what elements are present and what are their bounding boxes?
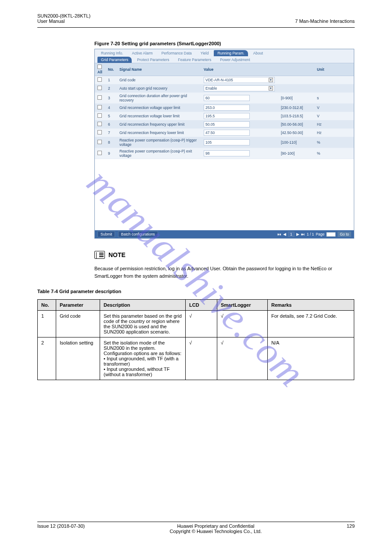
app-footer: Submit Batch configurations ⏮ ◀ 1 ▶ ⏭ 1 …	[95, 230, 354, 238]
cell-signal-name: Grid reconnection frequency lower limit	[117, 129, 201, 137]
cell-signal-name: Reactive power compensation (cosψ-P) tri…	[117, 137, 201, 148]
cell-value: 253.0	[201, 104, 278, 112]
pager-prev-icon[interactable]: ◀	[283, 232, 286, 236]
note-icon	[94, 251, 105, 259]
row-checkbox[interactable]	[97, 105, 102, 109]
tab-about[interactable]: About	[250, 50, 266, 56]
table-row: 2Isolation settingSet the isolation mode…	[38, 337, 354, 380]
note-text: Because of permission restriction, log i…	[94, 265, 340, 280]
cell-value: VDE-AR-N-4105▾	[201, 76, 314, 84]
tab-performance-data[interactable]: Performance Data	[158, 50, 195, 56]
col-unit: Unit	[314, 63, 354, 76]
pager-next-icon[interactable]: ▶	[296, 232, 299, 236]
cell-signal-name: Grid reconnection voltage lower limit	[117, 112, 201, 120]
tab-yield[interactable]: Yield	[197, 50, 212, 56]
doc-subtitle: User Manual	[37, 18, 90, 24]
col-parameter: Parameter	[56, 300, 100, 311]
row-checkbox[interactable]	[97, 151, 102, 155]
footer-issue: Issue 12 (2018-07-30)	[37, 523, 85, 534]
table-row: 5Grid reconnection voltage lower limit19…	[95, 112, 354, 120]
note-block: NOTE	[94, 251, 392, 259]
row-checkbox[interactable]	[97, 140, 102, 144]
table-row: 8Reactive power compensation (cosψ-P) tr…	[95, 137, 354, 148]
table-row: 2Auto start upon grid recoveryEnable▾	[95, 84, 354, 93]
cell-range: [103.5-218.5]	[278, 112, 314, 120]
table-row: 4Grid reconnection voltage upper limit25…	[95, 104, 354, 112]
col-signal: Signal Name	[117, 63, 201, 76]
col-no: No.	[105, 63, 117, 76]
submit-button[interactable]: Submit	[97, 231, 115, 237]
cell-value: 98	[201, 148, 278, 159]
pager-text: 1 / 1	[307, 232, 314, 236]
page-input[interactable]	[326, 232, 336, 237]
pager: ⏮ ◀ 1 ▶ ⏭ 1 / 1 Page Go to	[277, 232, 351, 237]
table-row: 1Grid codeVDE-AR-N-4105▾	[95, 76, 354, 84]
pager-first-icon[interactable]: ⏮	[277, 232, 281, 236]
footer-copyright: Copyright © Huawei Technologies Co., Ltd…	[170, 529, 262, 534]
col-remarks: Remarks	[268, 300, 354, 311]
col-all[interactable]: All	[95, 63, 105, 76]
cell-no: 1	[38, 311, 56, 337]
cell-param: Grid code	[56, 311, 100, 337]
value-input[interactable]: 98	[204, 150, 250, 156]
cell-desc: Set this parameter based on the grid cod…	[100, 311, 186, 337]
row-checkbox[interactable]	[97, 95, 102, 100]
footer-left: Submit Batch configurations	[97, 232, 160, 236]
tab-active-alarm[interactable]: Active Alarm	[129, 50, 156, 56]
figure-caption: Figure 7-20 Setting grid parameters (Sma…	[94, 41, 392, 46]
value-select[interactable]: Enable▾	[204, 85, 275, 91]
col-lcd: LCD	[186, 300, 217, 311]
row-checkbox[interactable]	[97, 113, 102, 118]
cell-no: 8	[105, 137, 117, 148]
cell-value: 195.5	[201, 112, 278, 120]
cell-range: [50.00-56.00]	[278, 120, 314, 129]
value-input[interactable]: 60	[204, 95, 250, 101]
value-input[interactable]: 253.0	[204, 105, 250, 111]
app-panel: Running Info. Active Alarm Performance D…	[94, 49, 354, 239]
footer-page-number: 129	[347, 523, 355, 534]
batch-config-button[interactable]: Batch configurations	[118, 231, 158, 237]
page-header: SUN2000-(8KTL-28KTL) User Manual 7 Man-M…	[0, 0, 392, 27]
value-input[interactable]: 47.50	[204, 130, 250, 136]
checkbox-all[interactable]	[97, 65, 102, 69]
cell-unit	[314, 84, 354, 93]
tab-feature-parameters[interactable]: Feature Parameters	[175, 57, 215, 63]
tab-grid-parameters[interactable]: Grid Parameters	[97, 57, 132, 63]
value-input[interactable]: 50.05	[204, 121, 250, 127]
cell-signal-name: Grid reconnection voltage upper limit	[117, 104, 201, 112]
row-checkbox[interactable]	[97, 122, 102, 126]
tab-protect-parameters[interactable]: Protect Parameters	[133, 57, 173, 63]
table-row: 9Reactive power compensation (cosψ-P) ex…	[95, 148, 354, 159]
cell-unit: V	[314, 104, 354, 112]
value-input[interactable]: 195.5	[204, 113, 250, 119]
tab-running-info[interactable]: Running Info.	[97, 50, 127, 56]
chevron-down-icon: ▾	[269, 86, 273, 91]
go-button[interactable]: Go to	[338, 232, 351, 237]
cell-range: [100-110]	[278, 137, 314, 148]
pager-last-icon[interactable]: ⏭	[301, 232, 305, 236]
cell-unit: %	[314, 148, 354, 159]
cell-unit	[314, 76, 354, 84]
top-tabs: Running Info. Active Alarm Performance D…	[95, 49, 354, 56]
row-checkbox[interactable]	[97, 77, 102, 82]
cell-unit: s	[314, 93, 354, 104]
cell-value: 105	[201, 137, 278, 148]
row-checkbox[interactable]	[97, 130, 102, 134]
row-checkbox[interactable]	[97, 86, 102, 90]
cell-no: 6	[105, 120, 117, 129]
col-smartlogger: SmartLogger	[217, 300, 268, 311]
cell-desc: Set the isolation mode of the SUN2000 in…	[100, 337, 186, 380]
value-select[interactable]: VDE-AR-N-4105▾	[204, 77, 275, 83]
cell-unit: V	[314, 112, 354, 120]
table-header-row: All No. Signal Name Value Unit	[95, 63, 354, 76]
cell-no: 9	[105, 148, 117, 159]
footer-center: Huawei Proprietary and Confidential Copy…	[170, 523, 262, 534]
cell-unit: Hz	[314, 120, 354, 129]
cell-unit: %	[314, 137, 354, 148]
tab-power-adjustment[interactable]: Power Adjustment	[216, 57, 254, 63]
page-footer: Issue 12 (2018-07-30) Huawei Proprietary…	[0, 523, 392, 534]
cell-no: 3	[105, 93, 117, 104]
value-input[interactable]: 105	[204, 139, 250, 145]
cell-no: 7	[105, 129, 117, 137]
tab-running-param[interactable]: Running Param.	[214, 50, 248, 56]
